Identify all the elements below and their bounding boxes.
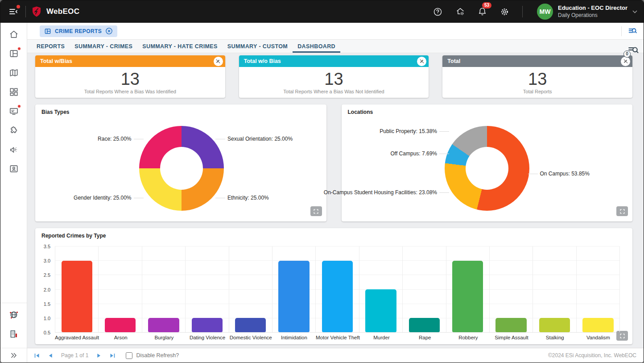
main-area: CRIME REPORTS REPORTS SUMMARY - CRI xyxy=(27,23,644,363)
bar-segment xyxy=(495,318,526,332)
notification-count-badge: 53 xyxy=(482,2,491,8)
sidebar-item-organization[interactable] xyxy=(8,329,19,339)
sidebar-item-plugins[interactable] xyxy=(8,125,19,136)
copyright-text: ©2024 ESi Acquisition, Inc. WebEOC xyxy=(548,352,636,359)
notifications-button[interactable]: 53 xyxy=(477,6,488,17)
expand-chart-button[interactable] xyxy=(310,206,322,216)
chart-title: Locations xyxy=(348,109,373,115)
donut-label-race: Race: 25.00% xyxy=(98,136,143,142)
help-icon xyxy=(433,7,442,17)
tab-summary-hate-crimes[interactable]: SUMMARY - HATE CRIMES xyxy=(137,40,223,53)
page-indicator: Page 1 of 1 xyxy=(61,352,88,359)
bar-segment xyxy=(148,318,179,332)
menu-toggle-button[interactable] xyxy=(8,6,19,17)
leader-line xyxy=(215,139,225,139)
x-category-label: Arson xyxy=(99,335,142,340)
gear-icon xyxy=(500,7,509,17)
x-category-label: Intimidation xyxy=(272,335,316,340)
leader-line xyxy=(528,174,538,174)
donut-label-sexual-orientation: Sexual Orientation: 25.00% xyxy=(215,136,293,142)
stat-card-title: Total xyxy=(447,58,460,64)
sidebar-item-maps[interactable] xyxy=(8,67,19,78)
sidebar-expand-button[interactable] xyxy=(0,348,27,363)
board-search-icon[interactable] xyxy=(628,26,637,36)
map-icon xyxy=(9,68,19,78)
edit-off-icon xyxy=(623,58,628,64)
dashboard-content: Total w/Bias 13 Total Reports Where a Bi… xyxy=(27,53,644,348)
bar-segment xyxy=(452,261,483,332)
sidebar-item-dashboards[interactable] xyxy=(8,87,19,97)
board-chip-crime-reports[interactable]: CRIME REPORTS xyxy=(40,25,117,37)
y-tick-label: 1.0 xyxy=(44,316,50,321)
bar-robbery xyxy=(446,246,490,332)
disable-refresh-checkbox[interactable] xyxy=(126,352,132,359)
chart-title: Reported Crimes by Type xyxy=(41,233,106,239)
sidebar-item-notifications[interactable] xyxy=(8,144,19,155)
bar-simple-assault xyxy=(490,246,533,332)
edit-off-button[interactable] xyxy=(417,57,426,66)
donut-label-public-property: Public Property: 15.38% xyxy=(380,128,449,134)
x-category-label: Dating Violence xyxy=(186,335,229,340)
sidebar-item-external-links[interactable] xyxy=(8,309,19,320)
x-category-label: Aggravated Assault xyxy=(55,335,99,340)
user-org: Daily Operations xyxy=(558,12,627,19)
expand-chart-button[interactable] xyxy=(616,206,628,216)
stat-value: 13 xyxy=(528,71,547,88)
stat-value: 13 xyxy=(121,71,140,88)
last-page-button[interactable] xyxy=(109,352,116,359)
reported-crimes-chart-card: Reported Crimes by Type 0.51.01.52.02.53… xyxy=(35,228,632,344)
tab-summary-crimes[interactable]: SUMMARY - CRIMES xyxy=(70,40,137,53)
divider xyxy=(25,6,26,17)
next-page-button[interactable] xyxy=(96,352,103,359)
bias-types-chart-card: Bias Types Race: 25.00% Sexual Orientati… xyxy=(35,104,326,221)
previous-page-button[interactable] xyxy=(47,352,54,359)
bar-stalking xyxy=(533,246,576,332)
dashboard-icon xyxy=(9,87,19,97)
sidebar-item-messages[interactable] xyxy=(8,106,19,117)
tab-dashboard[interactable]: DASHBOARD xyxy=(293,40,340,53)
close-icon[interactable] xyxy=(105,27,113,35)
donut-label-off-campus: Off Campus: 7.69% xyxy=(391,150,450,157)
tab-summary-custom[interactable]: SUMMARY - CUSTOM xyxy=(223,40,293,53)
stat-card-total-without-bias: Total w/o Bias 13 Total Reports Where a … xyxy=(239,55,429,98)
bar-burglary xyxy=(142,246,186,332)
first-page-button[interactable] xyxy=(33,352,40,359)
home-settings-button[interactable] xyxy=(454,6,466,17)
leader-line xyxy=(439,192,449,193)
top-bar: WebEOC 53 xyxy=(0,0,644,23)
locations-chart-card: Locations Public Property: 15.38% Off Ca… xyxy=(342,104,633,221)
donut-label-gender-identity: Gender Identity: 25.00% xyxy=(74,195,143,201)
sidebar-item-home[interactable] xyxy=(8,29,19,40)
sidebar-item-contacts[interactable] xyxy=(8,163,19,174)
x-category-label: Domestic Violence xyxy=(229,335,272,340)
filter-search-button[interactable]: 0 xyxy=(627,45,639,56)
donut-label-ethnicity: Ethnicity: 25.00% xyxy=(215,195,269,201)
edit-off-button[interactable] xyxy=(214,57,223,66)
y-tick-label: 3.5 xyxy=(44,244,50,249)
x-category-label: Murder xyxy=(360,335,403,340)
edit-off-button[interactable] xyxy=(621,57,630,66)
footer-bar: Page 1 of 1 Disable Refresh? ©2024 ESi A… xyxy=(27,348,644,363)
chart-title: Bias Types xyxy=(41,109,69,115)
x-category-label: Burglary xyxy=(142,335,186,340)
leader-line xyxy=(439,154,449,154)
fullscreen-icon xyxy=(619,333,625,339)
board-icon xyxy=(44,28,51,35)
sidebar-item-boards[interactable] xyxy=(8,48,19,59)
help-button[interactable] xyxy=(432,6,444,17)
bar-intimidation xyxy=(272,246,316,332)
settings-button[interactable] xyxy=(499,6,511,17)
x-category-label: Rape xyxy=(403,335,446,340)
stat-caption: Total Reports Where a Bias Was Identifie… xyxy=(84,89,176,94)
y-tick-label: 1.5 xyxy=(44,301,50,307)
expand-chart-button[interactable] xyxy=(616,331,628,341)
chevron-down-icon xyxy=(632,10,637,13)
x-category-label: Robbery xyxy=(446,335,490,340)
bar-aggravated-assault xyxy=(55,246,99,332)
bar-segment xyxy=(365,289,396,332)
tab-reports[interactable]: REPORTS xyxy=(32,40,70,53)
stat-card-title: Total w/Bias xyxy=(40,58,72,64)
bar-vandalism xyxy=(577,246,620,332)
bar-dating-violence xyxy=(186,246,229,332)
user-menu[interactable]: MW Education - EOC Director Daily Operat… xyxy=(537,4,637,20)
